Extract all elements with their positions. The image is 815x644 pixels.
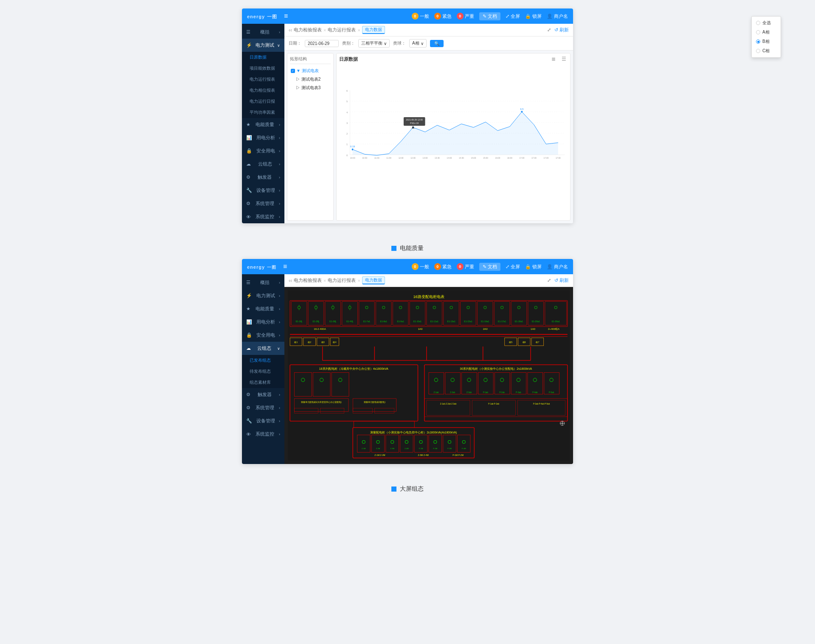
svg-point-193: [462, 440, 465, 443]
badge-severe[interactable]: 0 严重: [457, 13, 474, 20]
breadcrumb-nav-1: 电力检验报表 × 电力运行报表 × 电力数据: [294, 26, 385, 34]
section-text-2: 大屏组态: [400, 485, 424, 493]
sidebar-item-power-analysis[interactable]: 📊 用电分析 ›: [242, 131, 284, 144]
sub-item-phase-report[interactable]: 电力相位报表: [242, 85, 284, 96]
nav-lock-2[interactable]: 🔒 锁屏: [525, 264, 542, 270]
sub-item-published[interactable]: 已发布组态: [242, 355, 284, 366]
sidebar2-safe[interactable]: 🔒 安全用电 ›: [242, 329, 284, 342]
cad-diagram-svg: 16路变配电柜电表: [288, 290, 570, 461]
sidebar-item-overview[interactable]: ☰ 概括 ›: [242, 25, 284, 39]
badge-severe-2[interactable]: 0 严重: [457, 263, 474, 270]
crumb2-3[interactable]: 电力数据: [362, 276, 385, 284]
svg-text:Z-3M: Z-3M: [390, 447, 394, 450]
sub-item-raw-data[interactable]: 日原数据: [242, 52, 284, 63]
svg-text:E1-7a1: E1-7a1: [363, 320, 371, 323]
category-select[interactable]: 三相平平衡 ∨: [358, 39, 390, 48]
svg-text:17:00: 17:00: [556, 157, 561, 159]
sidebar-item-device-mgmt[interactable]: 🔧 设备管理 ›: [242, 184, 284, 197]
svg-text:2021-06-29 12:00: 2021-06-29 12:00: [406, 118, 423, 121]
chart-container-1: 拓形结构 ✓ ▼ 测试电表 ▷ 测试电表2 ▷ 测试电表3: [284, 51, 573, 223]
crumb-2[interactable]: 电力运行报表: [328, 27, 356, 33]
svg-point-154: [451, 378, 454, 382]
svg-rect-141: [353, 408, 372, 413]
main-layout-1: ☰ 概括 › ⚡ 电力测试 ∨ 日原数据 项目能效数据 电力运行报表 电力相位报…: [242, 24, 573, 223]
diagram-content: 16路变配电柜电表: [284, 287, 573, 464]
sub-item-pending[interactable]: 待发布组态: [242, 366, 284, 377]
nav-fullscreen-2[interactable]: ⤢ 全屏: [506, 264, 520, 270]
tree-item-meter2[interactable]: ▷ 测试电表2: [295, 75, 331, 84]
svg-text:6: 6: [346, 90, 348, 92]
sidebar-item-power-quality[interactable]: ★ 电能质量 ›: [242, 118, 284, 131]
back-btn[interactable]: ‹‹: [289, 27, 292, 33]
sidebar2-power-test[interactable]: ⚡ 电力测试 ›: [242, 289, 284, 302]
sidebar2-device[interactable]: 🔧 设备管理 ›: [242, 414, 284, 427]
svg-text:15:30: 15:30: [483, 157, 488, 159]
tree-item-meter[interactable]: ✓ ▼ 测试电表: [290, 67, 331, 75]
refresh-btn-2[interactable]: ↺ 刷新: [554, 277, 569, 284]
sidebar-item-power-test[interactable]: ⚡ 电力测试 ∨: [242, 39, 284, 52]
nav-doc-2[interactable]: ✎ 文档: [479, 263, 500, 271]
badge-urgent[interactable]: 0 紧急: [434, 13, 452, 20]
svg-rect-127: [290, 365, 418, 421]
sidebar2-overview[interactable]: ☰ 概括 ›: [242, 276, 284, 289]
sidebar-item-cloud[interactable]: ☁ 云组态 ›: [242, 157, 284, 171]
svg-text:E1-16a1: E1-16a1: [481, 320, 489, 323]
breadcrumb-right-2: ⤢ ↺ 刷新: [547, 277, 569, 284]
refresh-btn-1[interactable]: ↺ 刷新: [554, 27, 569, 33]
svg-text:P-2M: P-2M: [433, 447, 437, 450]
chart-type-icon[interactable]: ≣: [550, 55, 557, 63]
main-layout-2: ☰ 概括 › ⚡ 电力测试 › ★ 电能质量 › 📊 用电分析 ›: [242, 274, 573, 464]
search-btn[interactable]: 🔍: [430, 40, 444, 47]
badge-general-2[interactable]: 0 一般: [412, 263, 429, 270]
nav-user-2[interactable]: 👤 商户名: [547, 264, 568, 270]
sidebar-item-trigger[interactable]: ⚙ 触发器 ›: [242, 171, 284, 184]
section-label-1: 电能质量: [391, 245, 424, 252]
tree-item-meter3[interactable]: ▷ 测试电表3: [295, 84, 331, 92]
chart-menu-icon[interactable]: ☰: [560, 55, 568, 63]
nav-doc[interactable]: ✎ 文档: [479, 12, 500, 20]
svg-marker-14: [353, 112, 558, 155]
sub-item-energy-data[interactable]: 项目能效数据: [242, 63, 284, 74]
back-btn-2[interactable]: ‹‹: [289, 278, 292, 284]
filter-bar-1: 日期： 类别： 三相平平衡 ∨ 类球： A相 ∨: [284, 37, 573, 51]
svg-text:E1-13a1: E1-13a1: [447, 320, 455, 323]
date-input[interactable]: [305, 40, 339, 47]
crumb2-1[interactable]: 电力检验报表: [294, 277, 322, 284]
svg-text:模2: 模2: [308, 341, 311, 343]
nav-lock[interactable]: 🔒 锁屏: [525, 13, 542, 20]
svg-point-79: [484, 306, 486, 309]
svg-text:P-1ab: P-1ab: [483, 391, 489, 394]
hamburger-icon-1[interactable]: ≡: [284, 12, 288, 20]
sidebar2-monitor[interactable]: 👁 系统监控 ›: [242, 427, 284, 441]
sidebar-item-sys-monitor[interactable]: 👁 系统监控 ›: [242, 210, 284, 223]
sidebar2-sys-mgmt[interactable]: ⚙ 系统管理 ›: [242, 401, 284, 414]
expand-icon-2[interactable]: ⤢: [547, 278, 551, 283]
content-area-1: ‹‹ 电力检验报表 × 电力运行报表 × 电力数据 ⤢ ↺ 刷新: [284, 24, 573, 223]
svg-text:12:00: 12:00: [399, 157, 404, 159]
sidebar2-analysis[interactable]: 📊 用电分析 ›: [242, 315, 284, 329]
nav-fullscreen[interactable]: ⤢ 全屏: [506, 13, 520, 20]
breadcrumb-right-1: ⤢ ↺ 刷新: [547, 27, 569, 33]
badge-general[interactable]: 0 一般: [412, 13, 429, 20]
crumb-1[interactable]: 电力检验报表: [294, 27, 322, 33]
sub-item-operation-report[interactable]: 电力运行报表: [242, 74, 284, 85]
sidebar-item-sys-mgmt[interactable]: ⚙ 系统管理 ›: [242, 197, 284, 210]
cloud-icon: ☁: [246, 161, 251, 167]
crumb2-2[interactable]: 电力运行报表: [328, 277, 356, 284]
sidebar-item-safe-power[interactable]: 🔒 安全用电 ›: [242, 144, 284, 157]
sidebar2-trigger[interactable]: ⚙ 触发器 ›: [242, 388, 284, 401]
sidebar2-cloud[interactable]: ☁ 云组态 ∨: [242, 342, 284, 355]
sub-item-assets[interactable]: 组态素材库: [242, 377, 284, 388]
type-select[interactable]: A相 ∨: [409, 39, 427, 48]
badge-urgent-2[interactable]: 0 紧急: [434, 263, 452, 270]
svg-text:Z-4M: Z-4M: [405, 447, 409, 450]
svg-point-187: [377, 440, 379, 443]
hamburger-icon-2[interactable]: ≡: [283, 263, 287, 270]
sidebar2-quality[interactable]: ★ 电能质量 ›: [242, 302, 284, 315]
nav-user[interactable]: 👤 商户名: [547, 13, 568, 20]
monitor-icon: 👁: [246, 214, 251, 219]
crumb-3[interactable]: 电力数据: [362, 26, 385, 34]
sub-item-daily-log[interactable]: 电力运行日报: [242, 96, 284, 107]
expand-icon[interactable]: ⤢: [547, 27, 551, 33]
sub-item-avg-power[interactable]: 平均功率因素: [242, 107, 284, 118]
